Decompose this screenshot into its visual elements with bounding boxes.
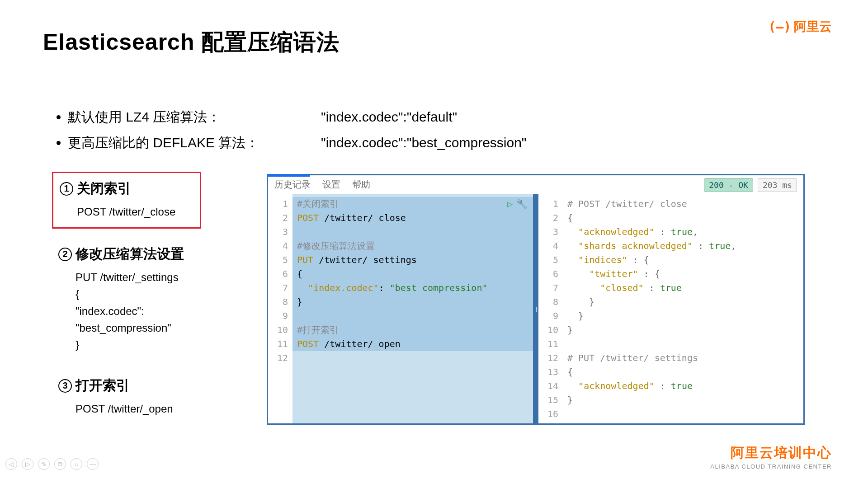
- brand-logo-top: (–) 阿里云: [768, 18, 832, 35]
- step-number-icon: 1: [60, 182, 73, 196]
- right-code: # POST /twitter/_close { "acknowledged" …: [563, 194, 803, 423]
- step-title: 关闭索引: [77, 179, 131, 198]
- step-body: POST /twitter/_close: [60, 203, 193, 220]
- left-code[interactable]: #关闭索引 POST /twitter/_close #修改压缩算法设置 PUT…: [292, 194, 533, 423]
- slide-nav-controls[interactable]: ◁▷✎⧉⌕—: [5, 458, 99, 470]
- console-panes: ▷ 🔧 1 2 3 4 5 6 7 8 9 10 11 12 #关闭索引 POS…: [268, 194, 803, 423]
- status-badge-ok: 200 - OK: [704, 178, 753, 192]
- slide: (–) 阿里云 Elasticsearch 配置压缩语法 默认使用 LZ4 压缩…: [0, 0, 868, 488]
- console-tabbar: 历史记录设置帮助 200 - OK 203 ms: [268, 175, 803, 194]
- left-gutter: 1 2 3 4 5 6 7 8 9 10 11 12: [268, 194, 292, 423]
- right-gutter: 1 2 3 4 5 6 7 8 9 10 11 12 13 14 15 16 1…: [538, 194, 563, 423]
- step-body: PUT /twitter/_settings { "index.codec": …: [58, 269, 195, 353]
- console-tab[interactable]: 帮助: [352, 178, 370, 191]
- step-item: 3打开索引POST /twitter/_open: [52, 370, 201, 424]
- status-area: 200 - OK 203 ms: [704, 178, 797, 192]
- response-pane: 1 2 3 4 5 6 7 8 9 10 11 12 13 14 15 16 1…: [538, 194, 803, 423]
- dev-console: 历史记录设置帮助 200 - OK 203 ms ▷ 🔧 1 2 3 4 5 6…: [267, 174, 805, 425]
- bottom-logo-cn: 阿里云培训中心: [710, 444, 832, 462]
- step-number-icon: 3: [58, 379, 72, 393]
- step-item: 1关闭索引POST /twitter/_close: [52, 172, 201, 229]
- slide-nav-button[interactable]: ⧉: [54, 458, 66, 470]
- step-title: 修改压缩算法设置: [75, 245, 184, 263]
- step-title: 打开索引: [75, 376, 130, 395]
- slide-nav-button[interactable]: ⌕: [71, 458, 82, 470]
- steps-list: 1关闭索引POST /twitter/_close2修改压缩算法设置PUT /t…: [52, 172, 201, 434]
- brand-logo-bottom: 阿里云培训中心 ALIBABA CLOUD TRAINING CENTER: [710, 444, 832, 470]
- step-number-icon: 2: [58, 248, 72, 261]
- play-icon[interactable]: ▷: [507, 197, 513, 211]
- step-body: POST /twitter/_open: [58, 400, 195, 417]
- status-badge-time: 203 ms: [758, 178, 797, 192]
- bullet-list: 默认使用 LZ4 压缩算法："index.codec":"default"更高压…: [54, 104, 527, 155]
- slide-nav-button[interactable]: ▷: [22, 458, 33, 470]
- slide-title: Elasticsearch 配置压缩语法: [43, 27, 340, 57]
- pane-splitter[interactable]: [533, 194, 538, 423]
- step-item: 2修改压缩算法设置PUT /twitter/_settings { "index…: [52, 239, 201, 360]
- brand-name: 阿里云: [794, 18, 832, 35]
- wrench-icon[interactable]: 🔧: [516, 197, 528, 211]
- console-tab[interactable]: 历史记录: [274, 178, 311, 191]
- slide-nav-button[interactable]: —: [87, 458, 99, 470]
- bottom-logo-en: ALIBABA CLOUD TRAINING CENTER: [710, 463, 832, 470]
- run-controls[interactable]: ▷ 🔧: [507, 197, 528, 211]
- slide-nav-button[interactable]: ◁: [5, 458, 17, 470]
- logo-bracket-icon: (–): [768, 19, 791, 34]
- slide-nav-button[interactable]: ✎: [38, 458, 50, 470]
- console-tab[interactable]: 设置: [322, 178, 340, 191]
- bullet-item: 更高压缩比的 DEFLAKE 算法："index.codec":"best_co…: [68, 130, 527, 155]
- request-pane[interactable]: ▷ 🔧 1 2 3 4 5 6 7 8 9 10 11 12 #关闭索引 POS…: [268, 194, 533, 423]
- bullet-item: 默认使用 LZ4 压缩算法："index.codec":"default": [68, 104, 527, 130]
